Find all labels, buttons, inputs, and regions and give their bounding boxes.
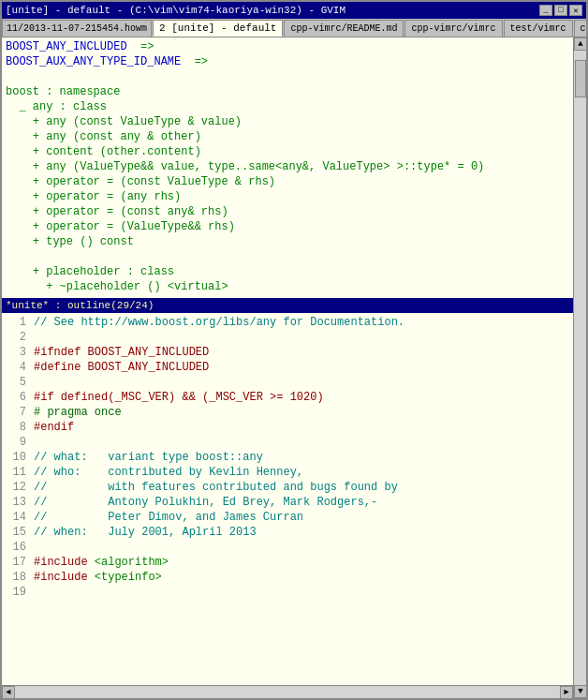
code-line-10: // what: variant type boost::any — [34, 450, 569, 465]
line-num-11: 11 — [6, 465, 26, 480]
line-num-19: 19 — [6, 585, 26, 600]
code-content[interactable]: // See http://www.boost.org/libs/any for… — [30, 313, 573, 685]
outline-line-10: + operator = (const ValueType & rhs) — [6, 174, 569, 189]
line-num-10: 10 — [6, 450, 26, 465]
scroll-down-button[interactable]: ▼ — [574, 685, 586, 698]
title-bar: [unite] - default - (C:\vim\vim74-kaoriy… — [2, 2, 586, 19]
tab-unite[interactable]: 2 [unite] - default — [153, 20, 283, 37]
outline-line-17: + ~placeholder () <virtual> — [6, 279, 569, 294]
line-num-4: 4 — [6, 360, 26, 375]
code-line-4: #define BOOST_ANY_INCLUDED — [34, 360, 569, 375]
outline-line-13: + operator = (ValueType&& rhs) — [6, 219, 569, 234]
close-button[interactable]: ✕ — [569, 5, 582, 16]
outline-line-4: boost : namespace — [6, 84, 569, 99]
code-line-14: // Peter Dimov, and James Curran — [34, 510, 569, 525]
code-line-11: // who: contributed by Kevlin Henney, — [34, 465, 569, 480]
tab-test-vimrc[interactable]: test/vimrc — [504, 20, 573, 37]
outline-line-7: + any (const any & other) — [6, 129, 569, 144]
code-line-15: // when: July 2001, Aplril 2013 — [34, 525, 569, 540]
tab-bar: 11/2013-11-07-215454.howm 2 [unite] - de… — [2, 19, 586, 37]
outline-line-6: + any (const ValueType & value) — [6, 114, 569, 129]
scroll-v-track[interactable] — [574, 51, 586, 685]
code-section: 1 2 3 4 5 6 7 8 9 10 11 12 13 14 15 16 1 — [2, 313, 573, 685]
code-line-3: #ifndef BOOST_ANY_INCLUDED — [34, 345, 569, 360]
minimize-button[interactable]: _ — [539, 5, 552, 16]
line-num-8: 8 — [6, 420, 26, 435]
code-line-12: // with features contributed and bugs fo… — [34, 480, 569, 495]
tab-cpp-readme[interactable]: cpp-vimrc/README.md — [284, 20, 404, 37]
code-line-7: # pragma once — [34, 405, 569, 420]
main-window: [unite] - default - (C:\vim\vim74-kaoriy… — [0, 0, 588, 700]
line-num-2: 2 — [6, 330, 26, 345]
outline-line-9: + any (ValueType&& value, type..same<any… — [6, 159, 569, 174]
line-num-1: 1 — [6, 315, 26, 330]
outline-line-15 — [6, 249, 569, 264]
outline-section: BOOST_ANY_INCLUDED => BOOST_AUX_ANY_TYPE… — [2, 37, 573, 298]
code-line-1: // See http://www.boost.org/libs/any for… — [34, 315, 569, 330]
outline-line-14: + type () const — [6, 234, 569, 249]
tab-date[interactable]: 11/2013-11-07-215454.howm — [2, 20, 152, 37]
outline-line-8: + content (other.content) — [6, 144, 569, 159]
code-line-18: #include <typeinfo> — [34, 570, 569, 585]
line-num-12: 12 — [6, 480, 26, 495]
code-line-6: #if defined(_MSC_VER) && (_MSC_VER >= 10… — [34, 390, 569, 405]
main-area: BOOST_ANY_INCLUDED => BOOST_AUX_ANY_TYPE… — [2, 37, 586, 698]
editor-container: BOOST_ANY_INCLUDED => BOOST_AUX_ANY_TYPE… — [2, 37, 573, 698]
code-line-8: #endif — [34, 420, 569, 435]
maximize-button[interactable]: □ — [554, 5, 567, 16]
line-num-18: 18 — [6, 570, 26, 585]
line-num-13: 13 — [6, 495, 26, 510]
horizontal-scrollbar: ◄ ► — [2, 685, 573, 698]
code-line-13: // Antony Polukhin, Ed Brey, Mark Rodger… — [34, 495, 569, 510]
line-num-3: 3 — [6, 345, 26, 360]
code-line-16 — [34, 540, 569, 555]
line-num-14: 14 — [6, 510, 26, 525]
outline-line-12: + operator = (const any& rhs) — [6, 204, 569, 219]
outline-line-1: BOOST_ANY_INCLUDED => — [6, 39, 569, 54]
vertical-scrollbar: ▲ ▼ — [573, 37, 586, 698]
line-num-17: 17 — [6, 555, 26, 570]
outline-line-16: + placeholder : class — [6, 264, 569, 279]
scroll-up-button[interactable]: ▲ — [574, 37, 586, 51]
tab-cpp-vimrc[interactable]: cpp-vimrc/vimrc — [404, 20, 502, 37]
line-num-9: 9 — [6, 435, 26, 450]
code-line-17: #include <algorithm> — [34, 555, 569, 570]
outline-line-5: _ any : class — [6, 99, 569, 114]
line-num-15: 15 — [6, 525, 26, 540]
code-line-5 — [34, 375, 569, 390]
outline-line-2: BOOST_AUX_ANY_TYPE_ID_NAME => — [6, 54, 569, 69]
tab-cpr[interactable]: cpr — [574, 20, 586, 37]
window-controls: _ □ ✕ — [539, 5, 582, 16]
line-num-7: 7 — [6, 405, 26, 420]
status-bar: *unite* : outline(29/24) — [2, 298, 573, 313]
scroll-h-track[interactable] — [15, 686, 560, 698]
scroll-v-thumb[interactable] — [575, 60, 586, 97]
status-text: *unite* : outline(29/24) — [6, 300, 154, 311]
code-line-19 — [34, 585, 569, 600]
outline-line-11: + operator = (any rhs) — [6, 189, 569, 204]
line-numbers: 1 2 3 4 5 6 7 8 9 10 11 12 13 14 15 16 1 — [2, 313, 30, 685]
line-num-16: 16 — [6, 540, 26, 555]
outline-line-3 — [6, 69, 569, 84]
line-num-5: 5 — [6, 375, 26, 390]
code-line-9 — [34, 435, 569, 450]
line-num-6: 6 — [6, 390, 26, 405]
window-title: [unite] - default - (C:\vim\vim74-kaoriy… — [6, 5, 345, 16]
scroll-left-button[interactable]: ◄ — [2, 686, 15, 698]
scroll-right-button[interactable]: ► — [560, 686, 573, 698]
code-line-2 — [34, 330, 569, 345]
